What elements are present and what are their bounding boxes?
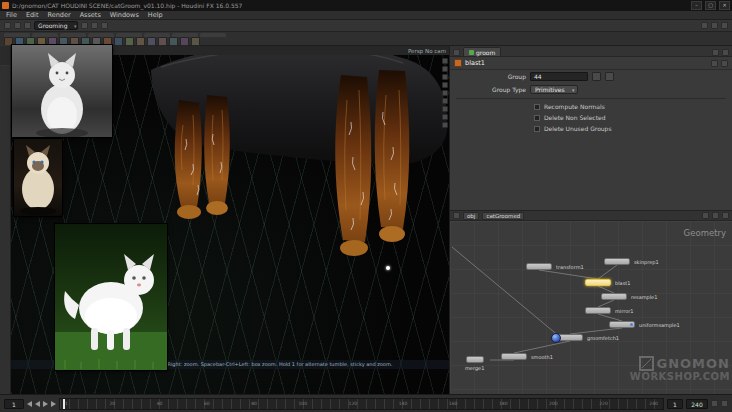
group-select-arrow-icon[interactable] — [592, 72, 601, 81]
right-view-icon[interactable] — [442, 82, 448, 88]
node-resample1[interactable]: resample1 — [601, 293, 627, 300]
play-backward-icon[interactable] — [35, 401, 40, 407]
menu-render[interactable]: Render — [47, 11, 70, 19]
shelf-tool-icon[interactable] — [158, 37, 167, 46]
houdini-app-icon — [2, 2, 9, 9]
recompute-normals-checkbox[interactable] — [534, 104, 540, 110]
network-canvas[interactable]: Geometry transform1 skinprep1 blast1 res… — [450, 221, 732, 395]
handles-tool-icon[interactable] — [8, 45, 10, 66]
group-reselect-icon[interactable] — [605, 72, 614, 81]
cursor-dot — [386, 266, 390, 270]
maximize-button[interactable]: ▢ — [705, 1, 716, 10]
tick-label: 20 — [109, 401, 115, 406]
reference-image-cat-grass — [55, 224, 167, 370]
node-mirror1[interactable]: mirror1 — [585, 307, 611, 314]
front-view-icon[interactable] — [442, 74, 448, 80]
group-type-label: Group Type — [454, 86, 526, 93]
play-forward-icon[interactable] — [43, 401, 48, 407]
new-scene-icon[interactable] — [4, 22, 11, 29]
current-frame-field[interactable]: 1 — [4, 399, 24, 409]
node-uniformsample1[interactable]: uniformsample1 — [609, 321, 635, 328]
display-flag-icon[interactable] — [630, 323, 633, 326]
group-input[interactable]: 44 — [530, 72, 588, 81]
shelf-tab[interactable] — [200, 33, 226, 37]
help-icon[interactable] — [721, 22, 728, 29]
node-smooth1[interactable]: smooth1 — [501, 353, 527, 360]
persp-view-icon[interactable] — [442, 58, 448, 64]
menu-file[interactable]: File — [6, 11, 17, 19]
tick-label: 60 — [204, 401, 210, 406]
display-options-icon[interactable] — [442, 114, 448, 120]
network-editor-pane: obj catGroomed Geometry transform1 skin — [449, 210, 732, 394]
path-segment-node[interactable]: catGroomed — [482, 212, 524, 220]
node-merge1[interactable]: merge1 — [466, 356, 484, 363]
shelf-tool-icon[interactable] — [180, 37, 189, 46]
parameter-node-header: blast1 — [450, 57, 732, 70]
range-start-field[interactable]: 1 — [667, 399, 683, 409]
path-segment-obj[interactable]: obj — [463, 212, 479, 220]
delete-non-selected-checkbox[interactable] — [534, 115, 540, 121]
group-type-dropdown[interactable]: Primitives — [530, 85, 578, 94]
range-end-field[interactable]: 240 — [686, 399, 708, 409]
window-title: D:/gnomon/CAT HOUDINI SCENE/catGroom_v01… — [12, 2, 242, 9]
tick-label: 180 — [499, 401, 508, 406]
pin-params-icon[interactable] — [711, 60, 718, 67]
group-label: Group — [454, 73, 526, 80]
delete-unused-groups-checkbox[interactable] — [534, 126, 540, 132]
jump-start-icon[interactable] — [27, 401, 32, 407]
uv-view-icon[interactable] — [442, 90, 448, 96]
render-icon[interactable] — [701, 22, 708, 29]
desktop-mode-dropdown[interactable]: Grooming — [34, 21, 78, 30]
save-scene-icon[interactable] — [24, 22, 31, 29]
shelf-tool-icon[interactable] — [191, 37, 200, 46]
shelf — [0, 32, 732, 46]
shelf-tool-icon[interactable] — [136, 37, 145, 46]
pane-close-icon[interactable] — [722, 49, 729, 56]
playback-options-icon[interactable] — [711, 400, 718, 407]
pane-menu-icon[interactable] — [712, 49, 719, 56]
network-pane-close-icon[interactable] — [722, 212, 729, 219]
snap-icon[interactable] — [81, 22, 88, 29]
jump-end-icon[interactable] — [51, 401, 56, 407]
viewport-persp-label[interactable]: Persp — [408, 48, 423, 54]
gear-icon[interactable] — [721, 60, 728, 67]
top-view-icon[interactable] — [442, 66, 448, 72]
title-bar: D:/gnomon/CAT HOUDINI SCENE/catGroom_v01… — [0, 0, 732, 11]
realtime-toggle-icon[interactable] — [721, 400, 728, 407]
checkbox-row: Delete Non Selected — [450, 112, 732, 123]
shading-mode-icon[interactable] — [442, 98, 448, 104]
camera-lock-icon[interactable] — [442, 122, 448, 128]
network-display-icon[interactable] — [712, 212, 719, 219]
menu-help[interactable]: Help — [148, 11, 163, 19]
tick-label: 1 — [65, 401, 68, 406]
network-snapshot-icon[interactable] — [702, 212, 709, 219]
node-blast1[interactable]: blast1 — [585, 279, 611, 286]
menu-assets[interactable]: Assets — [80, 11, 101, 19]
timeline-ruler[interactable]: 1 20 40 60 80 100 120 140 160 180 200 22… — [59, 398, 664, 410]
network-menu-icon[interactable] — [453, 212, 460, 219]
open-scene-icon[interactable] — [14, 22, 21, 29]
viewport-camera-menu[interactable]: No cam — [425, 48, 446, 54]
node-skinprep1[interactable]: skinprep1 — [604, 258, 630, 265]
shelf-tool-icon[interactable] — [147, 37, 156, 46]
menu-edit[interactable]: Edit — [26, 11, 39, 19]
node-transform1[interactable]: transform1 — [526, 263, 552, 270]
tick-label: 240 — [649, 401, 658, 406]
cache-icon[interactable] — [711, 22, 718, 29]
pane-split-icon[interactable] — [453, 49, 460, 56]
shelf-tool-icon[interactable] — [114, 37, 123, 46]
shelf-tool-icon[interactable] — [169, 37, 178, 46]
parameter-node-name[interactable]: blast1 — [465, 59, 485, 67]
tick-label: 200 — [549, 401, 558, 406]
node-groomfetch1[interactable]: groomfetch1 — [557, 334, 583, 341]
grid-icon[interactable] — [91, 22, 98, 29]
close-button[interactable]: ✕ — [719, 1, 730, 10]
menu-windows[interactable]: Windows — [110, 11, 139, 19]
parameter-pane: groom blast1 Group 44 Group Type Primiti… — [449, 46, 732, 210]
frame-marker[interactable] — [63, 399, 65, 409]
minimize-button[interactable]: – — [691, 1, 702, 10]
wireframe-icon[interactable] — [442, 106, 448, 112]
units-icon[interactable] — [101, 22, 108, 29]
tab-groom[interactable]: groom — [463, 47, 501, 56]
shelf-tool-icon[interactable] — [125, 37, 134, 46]
